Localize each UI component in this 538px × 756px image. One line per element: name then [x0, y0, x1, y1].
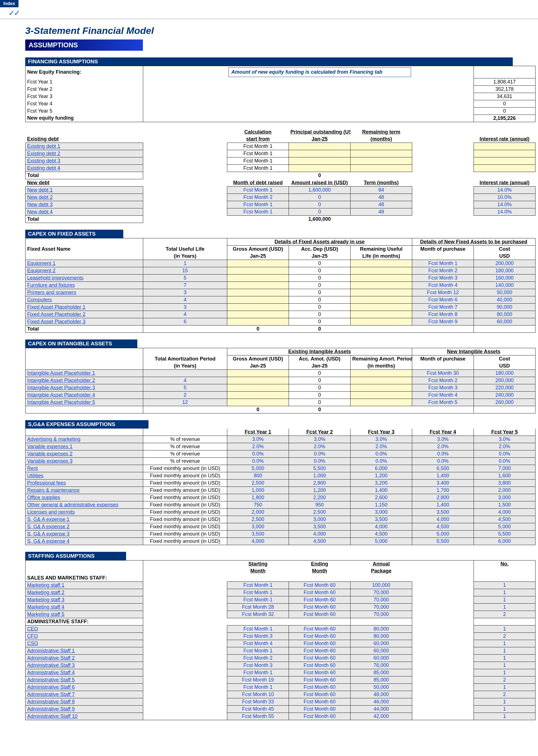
sga-value[interactable]: 2,000 — [227, 509, 289, 516]
staff-name[interactable]: Administrative Staff 9 — [26, 706, 143, 713]
staff-pkg[interactable]: 44,000 — [350, 706, 412, 713]
sga-value[interactable]: 1,200 — [350, 472, 412, 479]
fixed-asset-gross[interactable] — [227, 267, 289, 275]
staff-start[interactable]: Fcst Month 1 — [227, 582, 289, 589]
staff-start[interactable]: Fcst Month 1 — [227, 589, 289, 596]
new-debt-name[interactable]: New debt 3 — [26, 201, 143, 208]
new-debt-amount[interactable]: 0 — [289, 194, 350, 201]
intangible-cost[interactable]: 220,000 — [474, 384, 535, 392]
fixed-asset-remain[interactable] — [350, 318, 412, 326]
staff-end[interactable]: Fcst Month 60 — [289, 662, 350, 669]
sga-row-name[interactable]: S, G& A expense 3 — [26, 530, 143, 538]
staff-end[interactable]: Fcst Month 60 — [289, 647, 350, 655]
staff-end[interactable]: Fcst Month 60 — [289, 626, 350, 633]
new-debt-month[interactable]: Fcst Month 1 — [227, 208, 289, 216]
sga-value[interactable]: 950 — [289, 501, 350, 509]
intangible-life[interactable]: 12 — [143, 399, 227, 406]
fixed-asset-gross[interactable] — [227, 282, 289, 289]
sga-row-name[interactable]: Variable expenses 3 — [26, 458, 143, 465]
sga-value[interactable]: 1,000 — [289, 472, 350, 479]
sga-value[interactable]: 3,500 — [227, 530, 289, 538]
intangible-remain[interactable] — [350, 384, 412, 392]
fixed-asset-gross[interactable] — [227, 289, 289, 296]
sga-value[interactable]: 1,000 — [227, 487, 289, 494]
sga-value[interactable]: 3,500 — [289, 523, 350, 530]
intangible-mop[interactable]: Fcst Month 30 — [412, 370, 474, 377]
new-debt-amount[interactable]: 0 — [289, 201, 350, 208]
staff-no[interactable]: 1 — [474, 655, 535, 662]
new-debt-name[interactable]: New debt 4 — [26, 208, 143, 216]
sga-value[interactable]: 2,800 — [289, 479, 350, 487]
sga-value[interactable]: 4,500 — [412, 523, 474, 530]
sga-value[interactable]: 2.0% — [474, 443, 535, 450]
sga-value[interactable]: 6,000 — [474, 538, 535, 545]
fixed-asset-gross[interactable] — [227, 275, 289, 282]
staff-pkg[interactable]: 85,000 — [350, 669, 412, 677]
fixed-asset-mop[interactable]: Fcst Month 6 — [412, 296, 474, 304]
new-debt-amount[interactable]: 0 — [289, 208, 350, 216]
staff-no[interactable]: 1 — [474, 684, 535, 691]
staff-no[interactable]: 2 — [474, 691, 535, 698]
staff-end[interactable]: Fcst Month 60 — [289, 691, 350, 698]
fixed-asset-remain[interactable] — [350, 260, 412, 267]
fixed-asset-name[interactable]: Fixed Asset Placeholder 3 — [26, 318, 143, 326]
sga-value[interactable]: 2,500 — [289, 509, 350, 516]
staff-start[interactable]: Fcst Month 45 — [227, 706, 289, 713]
existing-debt-name[interactable]: Existing debt 3 — [26, 157, 143, 165]
fixed-asset-gross[interactable] — [227, 260, 289, 267]
sga-value[interactable]: 3.0% — [227, 436, 289, 443]
staff-start[interactable]: Fcst Month 32 — [227, 611, 289, 618]
intangible-name[interactable]: Intangible Asset Placeholder 2 — [26, 377, 143, 384]
fixed-asset-gross[interactable] — [227, 296, 289, 304]
staff-no[interactable]: 1 — [474, 647, 535, 655]
staff-name[interactable]: Administrative Staff 4 — [26, 669, 143, 677]
sga-row-name[interactable]: Office supplies — [26, 494, 143, 501]
intangible-mop[interactable]: Fcst Month 2 — [412, 377, 474, 384]
staff-pkg[interactable]: 80,000 — [350, 626, 412, 633]
sga-row-name[interactable]: Rent — [26, 465, 143, 472]
sga-value[interactable]: 2.0% — [227, 443, 289, 450]
new-debt-name[interactable]: New debt 2 — [26, 194, 143, 201]
sga-value[interactable]: 5,000 — [412, 530, 474, 538]
intangible-mop[interactable]: Fcst Month 4 — [412, 392, 474, 399]
fixed-asset-mop[interactable]: Fcst Month 3 — [412, 275, 474, 282]
fixed-asset-mop[interactable]: Fcst Month 9 — [412, 318, 474, 326]
sga-value[interactable]: 3,800 — [474, 479, 535, 487]
existing-debt-principal[interactable] — [289, 165, 350, 172]
staff-end[interactable]: Fcst Month 60 — [289, 669, 350, 677]
fixed-asset-gross[interactable] — [227, 304, 289, 311]
staff-end[interactable]: Fcst Month 60 — [289, 604, 350, 611]
sga-value[interactable]: 4,000 — [227, 538, 289, 545]
intangible-name[interactable]: Intangible Asset Placeholder 1 — [26, 370, 143, 377]
sga-value[interactable]: 3,000 — [350, 509, 412, 516]
staff-start[interactable]: Fcst Month 19 — [227, 677, 289, 684]
fixed-asset-life[interactable]: 15 — [143, 267, 227, 275]
staff-start[interactable]: Fcst Month 2 — [227, 655, 289, 662]
sga-value[interactable]: 4,000 — [412, 516, 474, 523]
staff-pkg[interactable]: 50,000 — [350, 684, 412, 691]
fixed-asset-name[interactable]: Equipment 2 — [26, 267, 143, 275]
staff-name[interactable]: Administrative Staff 1 — [26, 647, 143, 655]
sga-value[interactable]: 5,500 — [289, 465, 350, 472]
staff-pkg[interactable]: 60,000 — [350, 640, 412, 647]
fixed-asset-mop[interactable]: Fcst Month 1 — [412, 260, 474, 267]
fixed-asset-gross[interactable] — [227, 311, 289, 318]
sga-value[interactable]: 3,200 — [350, 479, 412, 487]
intangible-name[interactable]: Intangible Asset Placeholder 4 — [26, 392, 143, 399]
intangible-remain[interactable] — [350, 399, 412, 406]
existing-debt-principal[interactable] — [289, 143, 350, 150]
staff-start[interactable]: Fcst Month 3 — [227, 662, 289, 669]
fixed-asset-remain[interactable] — [350, 296, 412, 304]
sga-value[interactable]: 0.0% — [474, 450, 535, 458]
sga-value[interactable]: 0.0% — [412, 458, 474, 465]
staff-name[interactable]: Administrative Staff 6 — [26, 684, 143, 691]
sga-value[interactable]: 0.0% — [412, 450, 474, 458]
staff-end[interactable]: Fcst Month 60 — [289, 677, 350, 684]
new-debt-term[interactable]: 84 — [350, 186, 412, 194]
sga-value[interactable]: 3.0% — [412, 436, 474, 443]
sga-value[interactable]: 1,500 — [474, 501, 535, 509]
intangible-gross[interactable] — [227, 370, 289, 377]
sga-row-name[interactable]: Professional fees — [26, 479, 143, 487]
new-debt-term[interactable]: 48 — [350, 201, 412, 208]
sga-value[interactable]: 4,000 — [350, 523, 412, 530]
